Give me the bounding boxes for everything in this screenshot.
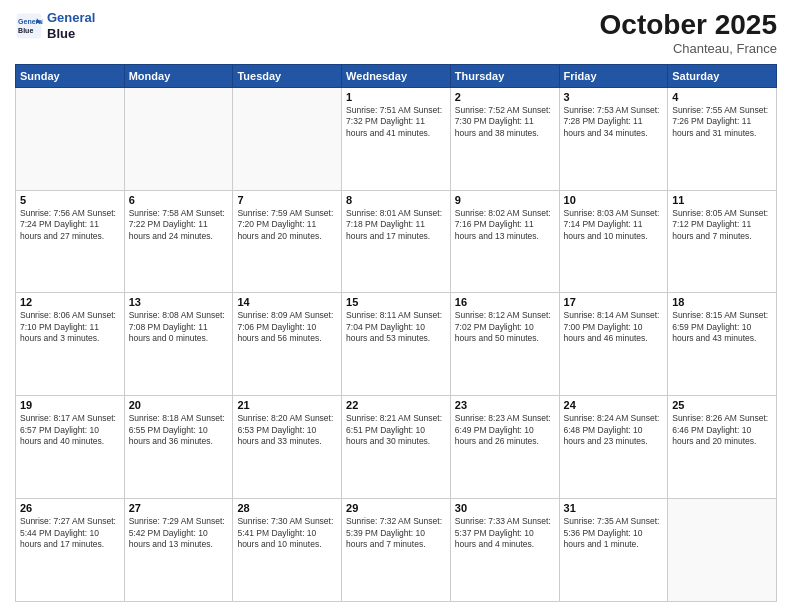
- table-row: 7Sunrise: 7:59 AM Sunset: 7:20 PM Daylig…: [233, 190, 342, 293]
- cell-date: 30: [455, 502, 555, 514]
- cell-date: 4: [672, 91, 772, 103]
- table-row: 25Sunrise: 8:26 AM Sunset: 6:46 PM Dayli…: [668, 396, 777, 499]
- col-tuesday: Tuesday: [233, 64, 342, 87]
- table-row: 2Sunrise: 7:52 AM Sunset: 7:30 PM Daylig…: [450, 87, 559, 190]
- table-row: 3Sunrise: 7:53 AM Sunset: 7:28 PM Daylig…: [559, 87, 668, 190]
- cell-date: 6: [129, 194, 229, 206]
- cell-info: Sunrise: 7:29 AM Sunset: 5:42 PM Dayligh…: [129, 516, 229, 550]
- cell-date: 10: [564, 194, 664, 206]
- cell-date: 31: [564, 502, 664, 514]
- table-row: 28Sunrise: 7:30 AM Sunset: 5:41 PM Dayli…: [233, 499, 342, 602]
- table-row: 5Sunrise: 7:56 AM Sunset: 7:24 PM Daylig…: [16, 190, 125, 293]
- calendar-week-row: 1Sunrise: 7:51 AM Sunset: 7:32 PM Daylig…: [16, 87, 777, 190]
- calendar-week-row: 26Sunrise: 7:27 AM Sunset: 5:44 PM Dayli…: [16, 499, 777, 602]
- cell-date: 11: [672, 194, 772, 206]
- table-row: 21Sunrise: 8:20 AM Sunset: 6:53 PM Dayli…: [233, 396, 342, 499]
- col-sunday: Sunday: [16, 64, 125, 87]
- table-row: 20Sunrise: 8:18 AM Sunset: 6:55 PM Dayli…: [124, 396, 233, 499]
- cell-date: 16: [455, 296, 555, 308]
- cell-date: 2: [455, 91, 555, 103]
- table-row: 4Sunrise: 7:55 AM Sunset: 7:26 PM Daylig…: [668, 87, 777, 190]
- cell-info: Sunrise: 7:51 AM Sunset: 7:32 PM Dayligh…: [346, 105, 446, 139]
- table-row: 18Sunrise: 8:15 AM Sunset: 6:59 PM Dayli…: [668, 293, 777, 396]
- table-row: [124, 87, 233, 190]
- table-row: 11Sunrise: 8:05 AM Sunset: 7:12 PM Dayli…: [668, 190, 777, 293]
- page: General Blue General Blue October 2025 C…: [0, 0, 792, 612]
- logo-icon: General Blue: [15, 12, 43, 40]
- cell-info: Sunrise: 7:32 AM Sunset: 5:39 PM Dayligh…: [346, 516, 446, 550]
- cell-date: 8: [346, 194, 446, 206]
- cell-info: Sunrise: 8:18 AM Sunset: 6:55 PM Dayligh…: [129, 413, 229, 447]
- table-row: 26Sunrise: 7:27 AM Sunset: 5:44 PM Dayli…: [16, 499, 125, 602]
- cell-date: 20: [129, 399, 229, 411]
- table-row: 15Sunrise: 8:11 AM Sunset: 7:04 PM Dayli…: [342, 293, 451, 396]
- calendar-week-row: 19Sunrise: 8:17 AM Sunset: 6:57 PM Dayli…: [16, 396, 777, 499]
- table-row: 27Sunrise: 7:29 AM Sunset: 5:42 PM Dayli…: [124, 499, 233, 602]
- table-row: 1Sunrise: 7:51 AM Sunset: 7:32 PM Daylig…: [342, 87, 451, 190]
- cell-info: Sunrise: 8:17 AM Sunset: 6:57 PM Dayligh…: [20, 413, 120, 447]
- header: General Blue General Blue October 2025 C…: [15, 10, 777, 56]
- cell-date: 27: [129, 502, 229, 514]
- cell-date: 23: [455, 399, 555, 411]
- cell-info: Sunrise: 7:52 AM Sunset: 7:30 PM Dayligh…: [455, 105, 555, 139]
- location: Chanteau, France: [600, 41, 777, 56]
- cell-info: Sunrise: 8:23 AM Sunset: 6:49 PM Dayligh…: [455, 413, 555, 447]
- table-row: 12Sunrise: 8:06 AM Sunset: 7:10 PM Dayli…: [16, 293, 125, 396]
- table-row: 8Sunrise: 8:01 AM Sunset: 7:18 PM Daylig…: [342, 190, 451, 293]
- cell-info: Sunrise: 8:03 AM Sunset: 7:14 PM Dayligh…: [564, 208, 664, 242]
- month-title: October 2025: [600, 10, 777, 41]
- cell-date: 19: [20, 399, 120, 411]
- cell-info: Sunrise: 8:24 AM Sunset: 6:48 PM Dayligh…: [564, 413, 664, 447]
- cell-date: 7: [237, 194, 337, 206]
- cell-info: Sunrise: 8:09 AM Sunset: 7:06 PM Dayligh…: [237, 310, 337, 344]
- cell-date: 3: [564, 91, 664, 103]
- cell-date: 1: [346, 91, 446, 103]
- table-row: 31Sunrise: 7:35 AM Sunset: 5:36 PM Dayli…: [559, 499, 668, 602]
- cell-date: 14: [237, 296, 337, 308]
- cell-info: Sunrise: 7:33 AM Sunset: 5:37 PM Dayligh…: [455, 516, 555, 550]
- logo: General Blue General Blue: [15, 10, 95, 41]
- cell-info: Sunrise: 8:11 AM Sunset: 7:04 PM Dayligh…: [346, 310, 446, 344]
- cell-info: Sunrise: 8:21 AM Sunset: 6:51 PM Dayligh…: [346, 413, 446, 447]
- svg-rect-0: [17, 13, 42, 38]
- col-monday: Monday: [124, 64, 233, 87]
- cell-date: 28: [237, 502, 337, 514]
- table-row: 22Sunrise: 8:21 AM Sunset: 6:51 PM Dayli…: [342, 396, 451, 499]
- table-row: 19Sunrise: 8:17 AM Sunset: 6:57 PM Dayli…: [16, 396, 125, 499]
- cell-date: 13: [129, 296, 229, 308]
- table-row: 30Sunrise: 7:33 AM Sunset: 5:37 PM Dayli…: [450, 499, 559, 602]
- table-row: 29Sunrise: 7:32 AM Sunset: 5:39 PM Dayli…: [342, 499, 451, 602]
- cell-date: 5: [20, 194, 120, 206]
- cell-date: 25: [672, 399, 772, 411]
- cell-info: Sunrise: 7:59 AM Sunset: 7:20 PM Dayligh…: [237, 208, 337, 242]
- cell-info: Sunrise: 7:56 AM Sunset: 7:24 PM Dayligh…: [20, 208, 120, 242]
- calendar-week-row: 12Sunrise: 8:06 AM Sunset: 7:10 PM Dayli…: [16, 293, 777, 396]
- cell-info: Sunrise: 8:26 AM Sunset: 6:46 PM Dayligh…: [672, 413, 772, 447]
- col-saturday: Saturday: [668, 64, 777, 87]
- table-row: [233, 87, 342, 190]
- table-row: 13Sunrise: 8:08 AM Sunset: 7:08 PM Dayli…: [124, 293, 233, 396]
- cell-info: Sunrise: 8:14 AM Sunset: 7:00 PM Dayligh…: [564, 310, 664, 344]
- table-row: 9Sunrise: 8:02 AM Sunset: 7:16 PM Daylig…: [450, 190, 559, 293]
- cell-date: 9: [455, 194, 555, 206]
- cell-info: Sunrise: 7:55 AM Sunset: 7:26 PM Dayligh…: [672, 105, 772, 139]
- cell-info: Sunrise: 8:20 AM Sunset: 6:53 PM Dayligh…: [237, 413, 337, 447]
- cell-date: 29: [346, 502, 446, 514]
- cell-info: Sunrise: 8:01 AM Sunset: 7:18 PM Dayligh…: [346, 208, 446, 242]
- cell-info: Sunrise: 8:02 AM Sunset: 7:16 PM Dayligh…: [455, 208, 555, 242]
- cell-date: 12: [20, 296, 120, 308]
- calendar-table: Sunday Monday Tuesday Wednesday Thursday…: [15, 64, 777, 602]
- cell-date: 22: [346, 399, 446, 411]
- cell-info: Sunrise: 7:35 AM Sunset: 5:36 PM Dayligh…: [564, 516, 664, 550]
- col-wednesday: Wednesday: [342, 64, 451, 87]
- table-row: 24Sunrise: 8:24 AM Sunset: 6:48 PM Dayli…: [559, 396, 668, 499]
- cell-info: Sunrise: 8:06 AM Sunset: 7:10 PM Dayligh…: [20, 310, 120, 344]
- cell-info: Sunrise: 8:15 AM Sunset: 6:59 PM Dayligh…: [672, 310, 772, 344]
- cell-info: Sunrise: 7:27 AM Sunset: 5:44 PM Dayligh…: [20, 516, 120, 550]
- cell-info: Sunrise: 8:12 AM Sunset: 7:02 PM Dayligh…: [455, 310, 555, 344]
- title-area: October 2025 Chanteau, France: [600, 10, 777, 56]
- cell-info: Sunrise: 8:08 AM Sunset: 7:08 PM Dayligh…: [129, 310, 229, 344]
- cell-date: 26: [20, 502, 120, 514]
- cell-info: Sunrise: 8:05 AM Sunset: 7:12 PM Dayligh…: [672, 208, 772, 242]
- cell-info: Sunrise: 7:53 AM Sunset: 7:28 PM Dayligh…: [564, 105, 664, 139]
